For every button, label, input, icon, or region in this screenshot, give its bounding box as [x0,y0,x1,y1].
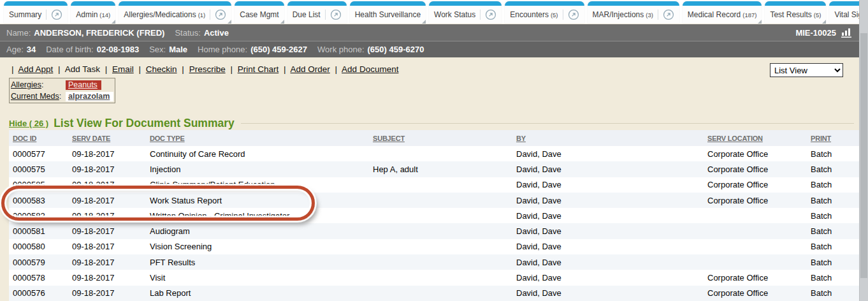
tab-dropdown-notch[interactable] [228,20,231,24]
cell-doc-type: Written Opinion - Criminal Investigator [146,211,369,221]
tab-dropdown-notch[interactable] [112,20,115,24]
view-mode-select[interactable]: List View [770,63,843,77]
cell-by: David, Dave [512,165,704,174]
cell-doc-id[interactable]: 0000577 [9,149,68,159]
tab-mar-injections[interactable]: MAR/Injections(3) [588,1,679,23]
popout-arrow-icon[interactable] [485,9,496,20]
tab-test-results[interactable]: Test Results(5) [765,1,826,23]
tab-allergies-medications[interactable]: Allergies/Medications(1) [119,1,231,23]
popout-arrow-icon[interactable] [663,9,674,20]
chart-content-area: | Add Appt | Add Task | Email | Checkin … [0,57,859,301]
hide-count-link[interactable]: Hide ( 26 ) [9,119,48,128]
table-row-doc-0000575[interactable]: 000057509-18-2017InjectionHep A, adultDa… [9,161,859,177]
tab-medical-record[interactable]: Medical Record(187) [683,1,762,23]
column-header-serv-location[interactable]: SERV LOCATION [704,135,807,142]
popout-arrow-icon[interactable] [51,9,62,20]
cell-by: David, Dave [512,211,704,221]
current-meds-link[interactable]: Current Meds [11,92,59,101]
cell-doc-id[interactable]: 0000585 [9,180,68,189]
cell-print[interactable]: Batch [807,242,859,251]
cell-serv-date: 09-18-2017 [68,180,146,189]
column-header-print[interactable]: PRINT [807,135,859,142]
cell-print[interactable]: Batch [807,273,859,283]
table-row-doc-0000585[interactable]: 000058509-18-2017Clinic Summary/Patient … [9,177,859,193]
quicklink-checkin[interactable]: Checkin [146,64,177,74]
cell-print[interactable]: Batch [807,226,859,236]
allergies-link[interactable]: Allergies [11,80,41,89]
tab-encounters[interactable]: Encounters(5) [505,1,584,23]
tab-count-badge: (5) [551,10,558,18]
column-header-subject[interactable]: SUBJECT [369,135,512,142]
document-summary-table: DOC IDSERV DATEDOC TYPESUBJECTBYSERV LOC… [9,130,859,301]
tab-summary[interactable]: Summary [4,1,68,23]
med-value-alprazolam[interactable]: alprazolam [66,92,113,101]
patient-name-group: Name: ANDERSON, FREDERICK (FRED) [6,28,164,38]
quicklink-email[interactable]: Email [112,64,134,74]
home-phone-label: Home phone: [198,45,247,54]
cell-print[interactable]: Batch [807,288,859,298]
table-row-doc-0000578[interactable]: 000057809-18-2017VisitDavid, DaveCorpora… [9,270,859,285]
column-header-by[interactable]: BY [512,135,704,142]
cell-print[interactable]: Batch [807,180,859,189]
column-header-doc-type[interactable]: DOC TYPE [146,135,369,142]
popout-arrow-icon[interactable] [215,9,226,20]
column-header-doc-id[interactable]: DOC ID [9,135,68,142]
cell-doc-type: Continuity of Care Record [146,149,369,159]
quicklink-add-document[interactable]: Add Document [342,64,398,74]
quicklink-add-order[interactable]: Add Order [291,64,330,74]
table-row-doc-0000580[interactable]: 000058009-18-2017Vision ScreeningDavid, … [9,239,859,254]
cell-doc-type: Clinic Summary/Patient Education [146,180,369,189]
cell-doc-id[interactable]: 0000581 [9,226,68,236]
cell-serv-location: Corporate Office [704,273,807,283]
table-row-doc-0000577[interactable]: 000057709-18-2017Continuity of Care Reco… [9,146,859,161]
allergy-value-peanuts[interactable]: Peanuts [66,80,101,90]
scrollbar-thumb[interactable] [860,33,867,278]
table-row-doc-0000582[interactable]: 000058209-18-2017Written Opinion - Crimi… [9,208,859,223]
table-row-doc-0000581[interactable]: 000058109-18-2017AudiogramDavid, DaveBat… [9,223,859,239]
cell-doc-type: Audiogram [146,226,369,236]
cell-doc-type: PFT Results [146,258,369,267]
section-title: List View For Document Summary [54,117,235,130]
cell-print[interactable]: Batch [807,196,859,205]
tab-dropdown-notch[interactable] [422,20,426,24]
tab-dropdown-notch[interactable] [280,20,284,24]
patient-status: Active [204,28,229,38]
cell-doc-id[interactable]: 0000575 [9,165,68,174]
cell-print[interactable]: Batch [807,149,859,159]
tab-dropdown-notch[interactable] [758,20,762,24]
cell-by: David, Dave [512,149,704,159]
cell-doc-id[interactable]: 0000579 [9,258,68,267]
tab-count-badge: (187) [742,10,756,18]
vertical-scrollbar[interactable] [859,0,868,301]
link-separator: | [105,64,108,74]
tab-due-list[interactable]: Due List [287,1,347,23]
popout-arrow-icon[interactable] [568,9,579,20]
table-row-doc-0000579[interactable]: 000057909-18-2017PFT ResultsDavid, DaveB… [9,254,859,270]
cell-doc-id[interactable]: 0000583 [9,196,68,205]
quicklink-prescribe[interactable]: Prescribe [189,64,226,74]
cell-doc-id[interactable]: 0000582 [9,211,68,221]
column-header-serv-date[interactable]: SERV DATE [68,135,146,142]
table-row-doc-0000583[interactable]: 000058309-18-2017Work Status ReportDavid… [9,193,859,208]
quicklink-add-appt[interactable]: Add Appt [18,64,54,74]
tab-case-mgmt[interactable]: Case Mgmt [235,1,284,23]
cell-print[interactable]: Batch [807,211,859,221]
tab-dropdown-notch[interactable] [822,20,826,24]
popout-arrow-icon[interactable] [330,9,342,20]
cell-by: David, Dave [512,180,704,189]
cell-serv-date: 09-18-2017 [68,242,146,251]
bar-chart-icon[interactable] [841,27,853,38]
cell-doc-id[interactable]: 0000578 [9,273,68,283]
quicklink-add-task[interactable]: Add Task [65,64,100,74]
tab-work-status[interactable]: Work Status [429,1,502,23]
table-row-doc-0000576[interactable]: 000057609-18-2017Lab ReportDavid, DaveCo… [9,286,859,301]
quicklink-print-chart[interactable]: Print Chart [238,64,279,74]
tab-admin[interactable]: Admin(14) [71,1,115,23]
cell-print[interactable]: Batch [807,258,859,267]
tab-health-surveillance[interactable]: Health Surveillance [350,1,426,23]
cell-serv-date: 09-18-2017 [68,196,146,205]
cell-doc-id[interactable]: 0000580 [9,242,68,251]
tab-label: Medical Record [688,10,741,19]
cell-doc-id[interactable]: 0000576 [9,288,68,298]
cell-print[interactable]: Batch [807,165,859,174]
